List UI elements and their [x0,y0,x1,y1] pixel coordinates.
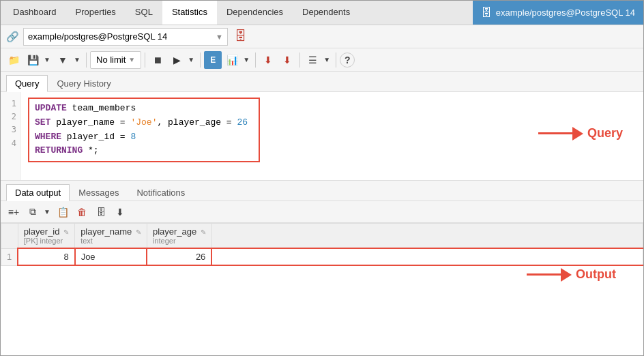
download-csv-button[interactable]: ⬇ [259,51,277,69]
line-numbers: 1 2 3 4 [1,92,21,180]
col-header-player-age: player_age ✎ integer [147,224,211,249]
toolbar-sep-1 [86,53,87,68]
tab-statistics[interactable]: Statistics [162,1,217,25]
output-annotation: Output [527,267,616,282]
save-dropdown-button[interactable]: ▼ [42,51,53,69]
row-num-header [1,224,18,249]
connection-label: example/postgres@PostgreSQL 14 [496,8,635,18]
filter-dropdown-button[interactable]: ▼ [72,51,83,69]
edit-icon-player-age: ✎ [201,228,206,236]
tab-data-output[interactable]: Data output [6,184,70,201]
delete-button[interactable]: 🗑 [73,203,91,221]
col-header-player-id: player_id ✎ [PK] integer [18,224,74,249]
edit-icon-player-id: ✎ [63,228,69,236]
copy-button[interactable]: ⧉ [24,203,42,221]
connection-select[interactable]: example/postgres@PostgreSQL 14 ▼ [23,28,228,46]
data-table-wrapper: player_id ✎ [PK] integer player_name ✎ t… [1,223,643,355]
query-toolbar: 📁 💾 ▼ ▼ ▼ No limit ▼ ⏹ ▶ ▼ E 📊 ▼ ⬇ ⬇ [1,48,643,72]
limit-label: No limit [96,55,126,65]
col-name-player-age: player_age [153,226,196,237]
limit-dropdown[interactable]: No limit ▼ [90,51,141,69]
chart-button[interactable]: 📊 [223,51,241,69]
run-button[interactable]: ▶ [168,51,186,69]
output-toolbar: ≡+ ⧉ ▼ 📋 🗑 🗄 ⬇ [1,201,643,223]
col-name-player-id: player_id [24,226,60,237]
main-window: Dashboard Properties SQL Statistics Depe… [0,0,644,356]
line-num-4: 4 [5,137,16,150]
query-annotation: Query [538,126,623,140]
save-button[interactable]: 💾 [24,51,42,69]
copy-btn-group: ⧉ ▼ [24,203,53,221]
copy-dropdown-button[interactable]: ▼ [42,203,53,221]
chevron-down-icon: ▼ [216,33,223,41]
cell-player-id[interactable]: 8 [18,248,74,265]
run-btn-group: ▶ ▼ [168,51,196,69]
editor-area: 1 2 3 4 UPDATE team_members SET player_n… [1,92,643,181]
col-header-player-name: player_name ✎ text [75,224,147,249]
server-icon: 🗄 [235,29,247,44]
query-panel-tabs: Query Query History [1,72,643,92]
top-nav: Dashboard Properties SQL Statistics Depe… [1,1,643,25]
connection-select-label: example/postgres@PostgreSQL 14 [28,31,167,42]
output-annotation-label: Output [576,267,616,282]
col-type-player-age: integer [153,237,206,245]
code-line-2: SET player_name = 'Joe', player_age = 26 [35,116,253,130]
toolbar-sep-4 [255,53,256,68]
add-row-button[interactable]: ≡+ [5,203,23,221]
table-header-row: player_id ✎ [PK] integer player_name ✎ t… [1,224,643,249]
output-panel-tabs: Data output Messages Notifications [1,181,643,201]
toolbar-sep-3 [200,53,201,68]
list-btn-group: ☰ ▼ [304,51,332,69]
tab-notifications[interactable]: Notifications [128,184,194,201]
paste-button[interactable]: 📋 [54,203,72,221]
toolbar-sep-5 [299,53,300,68]
cell-spacer [211,248,643,265]
stop-button[interactable]: ⏹ [149,51,166,69]
tab-messages[interactable]: Messages [70,184,128,201]
row-number-1: 1 [1,248,18,265]
save-data-button[interactable]: 🗄 [92,203,110,221]
toolbar-sep-6 [336,53,336,68]
connection-tab[interactable]: 🗄 example/postgres@PostgreSQL 14 [473,1,643,25]
col-type-player-name: text [80,237,141,245]
explain-button[interactable]: E [204,51,222,69]
code-line-4: RETURNING *; [35,144,253,158]
connection-icon: 🔗 [6,31,19,43]
cell-player-name[interactable]: Joe [75,248,147,265]
query-code-box: UPDATE team_members SET player_name = 'J… [28,98,260,162]
tab-dashboard[interactable]: Dashboard [3,1,66,25]
tab-query-history[interactable]: Query History [48,75,119,91]
db-icon: 🗄 [481,7,492,19]
download-button[interactable]: ⬇ [278,51,296,69]
tab-properties[interactable]: Properties [66,1,126,25]
tab-sql[interactable]: SQL [126,1,162,25]
open-file-button[interactable]: 📁 [5,51,23,69]
list-button[interactable]: ☰ [304,51,321,69]
col-name-player-name: player_name [80,226,132,237]
edit-icon-player-name: ✎ [136,228,141,236]
query-annotation-label: Query [587,126,623,140]
list-dropdown-button[interactable]: ▼ [321,51,332,69]
tab-dependents[interactable]: Dependents [293,1,360,25]
connection-bar: 🔗 example/postgres@PostgreSQL 14 ▼ 🗄 [1,25,643,48]
cell-player-age[interactable]: 26 [147,248,211,265]
limit-chevron-icon: ▼ [128,56,135,63]
data-table: player_id ✎ [PK] integer player_name ✎ t… [1,223,643,266]
help-button[interactable]: ? [340,53,355,68]
line-num-3: 3 [5,123,16,136]
line-num-1: 1 [5,98,16,110]
tab-query[interactable]: Query [6,75,48,92]
run-dropdown-button[interactable]: ▼ [186,51,196,69]
chart-dropdown-button[interactable]: ▼ [241,51,252,69]
filter-button[interactable]: ▼ [54,51,72,69]
download-data-button[interactable]: ⬇ [111,203,129,221]
table-row: 1 8 Joe 26 [1,248,643,265]
tab-dependencies[interactable]: Dependencies [217,1,293,25]
code-line-3: WHERE player_id = 8 [35,130,253,145]
line-num-2: 2 [5,110,16,123]
col-type-player-id: [PK] integer [24,237,69,245]
toolbar-sep-2 [145,53,145,68]
col-spacer [211,224,643,249]
code-line-1: UPDATE team_members [35,102,253,116]
filter-btn-group: ▼ ▼ [54,51,83,69]
